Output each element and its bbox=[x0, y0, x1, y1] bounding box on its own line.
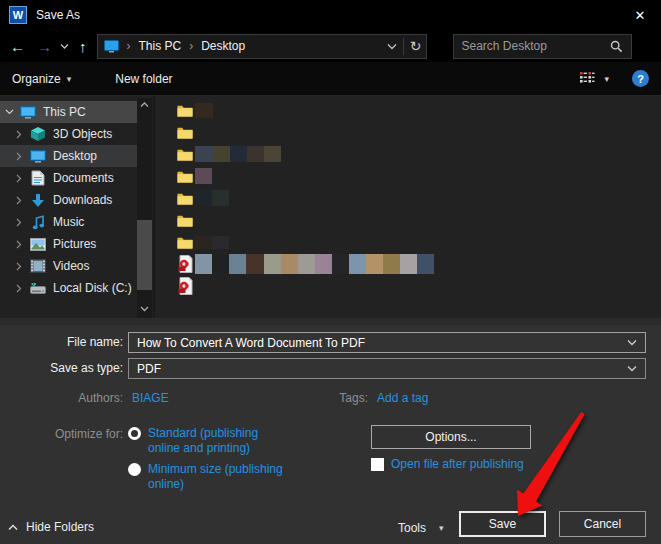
hide-folders-label: Hide Folders bbox=[26, 520, 94, 534]
sidebar-scrollbar[interactable] bbox=[137, 98, 152, 318]
back-icon[interactable]: ← bbox=[10, 39, 25, 54]
save-as-type-value: PDF bbox=[137, 362, 161, 376]
save-button[interactable]: Save bbox=[459, 511, 546, 537]
file-item[interactable] bbox=[177, 165, 661, 187]
redaction-block bbox=[246, 254, 264, 274]
sidebar-item-3d-objects[interactable]: 3D Objects bbox=[0, 123, 137, 145]
address-dropdown-chevron-icon[interactable] bbox=[387, 43, 397, 50]
view-dropdown-icon[interactable]: ▾ bbox=[604, 74, 609, 84]
monitor-icon bbox=[30, 148, 46, 164]
folder-icon bbox=[177, 123, 193, 141]
options-button[interactable]: Options... bbox=[371, 425, 531, 449]
file-name-input[interactable]: How To Convert A Word Document To PDF bbox=[128, 332, 646, 353]
redaction-block bbox=[298, 254, 315, 274]
chevron-right-icon[interactable] bbox=[13, 262, 25, 271]
redaction-block bbox=[315, 254, 332, 274]
close-icon[interactable]: ✕ bbox=[619, 0, 661, 30]
video-icon bbox=[30, 258, 46, 274]
divider bbox=[403, 38, 404, 55]
recent-locations-chevron-icon[interactable] bbox=[60, 43, 69, 50]
file-item[interactable] bbox=[177, 253, 661, 275]
file-item[interactable] bbox=[177, 209, 661, 231]
folder-tree-sidebar: This PC3D ObjectsDesktopDocumentsDownloa… bbox=[0, 96, 153, 318]
new-folder-button[interactable]: New folder bbox=[115, 72, 172, 86]
tags-value[interactable]: Add a tag bbox=[377, 391, 428, 405]
chevron-right-icon[interactable] bbox=[13, 218, 25, 227]
sidebar-item-desktop[interactable]: Desktop bbox=[0, 145, 137, 167]
chevron-right-icon[interactable] bbox=[13, 240, 25, 249]
redaction-block bbox=[247, 146, 264, 162]
scroll-up-icon[interactable] bbox=[137, 98, 152, 112]
breadcrumb-desktop[interactable]: Desktop bbox=[201, 39, 245, 53]
file-item[interactable] bbox=[177, 275, 661, 297]
tools-button[interactable]: Tools ▾ bbox=[398, 521, 444, 535]
music-note-icon bbox=[30, 214, 46, 230]
redaction-block bbox=[366, 254, 383, 274]
view-mode-icon[interactable] bbox=[579, 71, 595, 86]
sidebar-item-label: Downloads bbox=[53, 193, 112, 207]
scrollbar-thumb[interactable] bbox=[137, 220, 152, 290]
file-item[interactable] bbox=[177, 99, 661, 121]
redaction-block bbox=[230, 146, 247, 162]
search-input[interactable]: Search Desktop bbox=[453, 34, 632, 59]
chevron-right-icon[interactable] bbox=[13, 174, 25, 183]
document-icon bbox=[30, 170, 46, 186]
sidebar-item-this-pc[interactable]: This PC bbox=[0, 101, 137, 123]
sidebar-item-local-disk-c[interactable]: Local Disk (C:) bbox=[0, 277, 137, 299]
radio-selected-icon[interactable] bbox=[128, 427, 141, 440]
organize-label: Organize bbox=[12, 72, 61, 86]
radio-standard[interactable]: Standard (publishing online and printing… bbox=[128, 426, 283, 456]
file-item[interactable] bbox=[177, 143, 661, 165]
file-item[interactable] bbox=[177, 187, 661, 209]
redaction-block bbox=[212, 236, 229, 249]
forward-icon[interactable]: → bbox=[37, 39, 52, 54]
breadcrumb-this-pc[interactable]: This PC bbox=[139, 39, 182, 53]
radio-unselected-icon[interactable] bbox=[128, 463, 141, 476]
help-icon[interactable]: ? bbox=[632, 70, 649, 87]
folder-icon bbox=[177, 167, 193, 185]
disk-icon bbox=[30, 280, 46, 296]
sidebar-item-label: This PC bbox=[43, 105, 86, 119]
open-after-publishing-row[interactable]: Open file after publishing bbox=[371, 457, 524, 471]
hide-folders-button[interactable]: Hide Folders bbox=[8, 520, 94, 534]
up-icon[interactable]: ↑ bbox=[79, 39, 87, 54]
authors-label: Authors: bbox=[0, 391, 123, 405]
chevron-right-icon[interactable] bbox=[13, 284, 25, 293]
folder-icon bbox=[177, 145, 193, 163]
sidebar-item-downloads[interactable]: Downloads bbox=[0, 189, 137, 211]
save-as-type-select[interactable]: PDF bbox=[128, 358, 646, 379]
file-item[interactable] bbox=[177, 231, 661, 253]
cancel-button[interactable]: Cancel bbox=[559, 511, 646, 537]
file-item[interactable] bbox=[177, 121, 661, 143]
scroll-down-icon[interactable] bbox=[137, 302, 152, 316]
refresh-icon[interactable]: ↻ bbox=[410, 38, 422, 54]
chevron-right-icon[interactable] bbox=[13, 130, 25, 139]
redaction-block bbox=[349, 254, 366, 274]
chevron-right-icon[interactable] bbox=[13, 152, 25, 161]
picture-icon bbox=[30, 236, 46, 252]
sidebar-item-music[interactable]: Music bbox=[0, 211, 137, 233]
redaction-block bbox=[212, 254, 229, 274]
open-after-label: Open file after publishing bbox=[391, 457, 524, 471]
dialog-title: Save As bbox=[36, 8, 80, 22]
radio-minimum[interactable]: Minimum size (publishing online) bbox=[128, 462, 283, 492]
redacted-file-name bbox=[195, 254, 434, 274]
chevron-right-icon[interactable] bbox=[13, 196, 25, 205]
sidebar-item-videos[interactable]: Videos bbox=[0, 255, 137, 277]
authors-value[interactable]: BIAGE bbox=[132, 391, 169, 405]
file-list bbox=[155, 96, 661, 318]
save-as-type-dropdown-chevron-icon[interactable] bbox=[627, 365, 637, 372]
chevron-down-icon[interactable] bbox=[3, 109, 15, 115]
organize-button[interactable]: Organize ▾ bbox=[12, 72, 71, 86]
redaction-block bbox=[383, 254, 400, 274]
horizontal-scrollbar[interactable] bbox=[0, 318, 661, 325]
file-name-dropdown-chevron-icon[interactable] bbox=[627, 339, 637, 346]
folder-icon bbox=[177, 211, 193, 229]
address-bar[interactable]: › This PC › Desktop ↻ bbox=[97, 34, 427, 59]
search-icon[interactable] bbox=[610, 40, 623, 53]
open-after-checkbox[interactable] bbox=[371, 458, 384, 471]
sidebar-item-label: 3D Objects bbox=[53, 127, 112, 141]
save-options-panel: File name: How To Convert A Word Documen… bbox=[0, 325, 661, 544]
sidebar-item-documents[interactable]: Documents bbox=[0, 167, 137, 189]
sidebar-item-pictures[interactable]: Pictures bbox=[0, 233, 137, 255]
